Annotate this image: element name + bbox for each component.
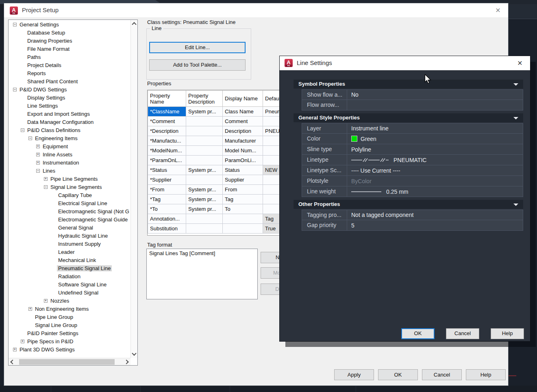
tree-item-drawing-properties[interactable]: Drawing Properties <box>9 37 130 45</box>
tree-item-label[interactable]: Instrumentation <box>41 160 80 166</box>
property-value[interactable]: 5 <box>347 220 523 230</box>
cell-name[interactable]: *Status <box>148 165 186 175</box>
tree-item-label[interactable]: Electromagnetic Signal Guide <box>57 217 129 223</box>
property-row-gap-priority[interactable]: Gap priority5 <box>302 220 523 231</box>
tag-format-item[interactable]: Signal Lines Tag [Comment] <box>147 249 257 258</box>
tree-item-non-engineering-items[interactable]: +Non Engineering Items <box>9 305 130 313</box>
cell-desc[interactable] <box>186 175 223 185</box>
tree-item-display-settings[interactable]: Display Settings <box>9 94 130 102</box>
cell-name[interactable]: *ModelNum... <box>148 146 186 156</box>
collapse-icon[interactable]: − <box>13 23 17 26</box>
expand-icon[interactable]: + <box>21 340 24 343</box>
tree-item-p-id-class-definitions[interactable]: −P&ID Class Definitions <box>9 126 130 134</box>
tree-item-label[interactable]: Pipe Specs in P&ID <box>26 338 74 344</box>
scroll-right-icon[interactable] <box>124 360 128 364</box>
tree-item-signal-line-group[interactable]: Signal Line Group <box>9 321 130 329</box>
cell-desc[interactable] <box>186 214 223 224</box>
section-header-symbol-properties[interactable]: Symbol Properties <box>294 80 523 89</box>
tree-item-capillary-tube[interactable]: Capillary Tube <box>9 191 130 199</box>
scroll-left-icon[interactable] <box>10 360 15 364</box>
expand-icon[interactable]: + <box>28 307 32 311</box>
cell-desc[interactable] <box>186 136 223 146</box>
tree-item-label[interactable]: Instrument Supply <box>57 241 102 247</box>
tree-item-label[interactable]: Paths <box>26 54 42 60</box>
tree-item-label[interactable]: Non Engineering Items <box>34 306 90 312</box>
cell-display[interactable]: Tag <box>223 195 263 204</box>
tree-item-pipe-line-group[interactable]: Pipe Line Group <box>9 313 130 321</box>
ok-button[interactable]: OK <box>401 328 435 339</box>
tree-item-undefined-signal[interactable]: Undefined Signal <box>9 289 130 297</box>
cell-display[interactable]: Model Num... <box>223 146 263 156</box>
property-row-linetype[interactable]: LinetypePNEUMATIC <box>302 155 523 165</box>
tree-item-radiation[interactable]: Radiation <box>9 273 130 281</box>
cell-name[interactable]: *Manufactu... <box>148 136 186 146</box>
help-button[interactable]: Help <box>491 328 524 339</box>
expand-icon[interactable]: + <box>36 153 40 156</box>
tree-item-pipe-specs-in-p-id[interactable]: +Pipe Specs in P&ID <box>9 338 130 346</box>
tree-item-engineering-items[interactable]: −Engineering Items <box>9 134 130 143</box>
chevron-down-icon[interactable] <box>513 204 518 206</box>
tree-item-hydraulic-signal-line[interactable]: Hydraulic Signal Line <box>9 232 130 240</box>
tree-item-label[interactable]: Database Setup <box>26 30 66 36</box>
tree-item-label[interactable]: Inline Assets <box>41 152 74 158</box>
tree-item-nozzles[interactable]: +Nozzles <box>9 297 130 305</box>
cell-display[interactable]: Supplier <box>223 175 263 185</box>
column-header[interactable]: Property Description <box>186 91 223 107</box>
tree-item-label[interactable]: Equipment <box>41 143 69 149</box>
tree-item-electromagnetic-signal-guide[interactable]: Electromagnetic Signal Guide <box>9 216 130 224</box>
tree-item-leader[interactable]: Leader <box>9 248 130 256</box>
cell-name[interactable]: *Description <box>148 126 186 136</box>
property-row-layer[interactable]: LayerInstrument line <box>302 123 523 134</box>
tree-item-software-signal-line[interactable]: Software Signal Line <box>9 281 130 289</box>
tree-item-general-settings[interactable]: −General Settings <box>9 21 130 29</box>
tree-item-label[interactable]: Mechanical Link <box>57 257 97 263</box>
cancel-button[interactable]: Cancel <box>446 328 479 339</box>
expand-icon[interactable]: + <box>44 299 48 303</box>
tree-item-label[interactable]: Drawing Properties <box>26 38 74 44</box>
tree-item-label[interactable]: Reports <box>26 70 47 76</box>
cell-display[interactable]: Status <box>223 165 263 175</box>
property-row-sline-type[interactable]: Sline typePolyline <box>302 144 523 155</box>
tree-item-label[interactable]: Pipe Line Group <box>34 314 74 320</box>
tree-item-label[interactable]: P&ID Class Definitions <box>26 127 82 133</box>
cell-name[interactable]: *Supplier <box>148 175 186 185</box>
tree-item-line-settings[interactable]: Line Settings <box>9 102 130 110</box>
tree-item-label[interactable]: Radiation <box>57 273 82 279</box>
cell-desc[interactable]: System pr... <box>186 107 223 117</box>
tree-item-export-and-import-settings[interactable]: Export and Import Settings <box>9 110 130 118</box>
tree-item-equipment[interactable]: +Equipment <box>9 143 130 151</box>
tree-item-file-name-format[interactable]: File Name Format <box>9 45 130 53</box>
tree-item-label[interactable]: Nozzles <box>49 298 70 304</box>
tree-item-electrical-signal-line[interactable]: Electrical Signal Line <box>9 199 130 208</box>
collapse-icon[interactable]: − <box>13 88 17 91</box>
tree-item-label[interactable]: Signal Line Group <box>34 322 78 328</box>
ok-button[interactable]: OK <box>378 369 418 380</box>
cell-name[interactable]: *From <box>148 185 186 195</box>
collapse-icon[interactable]: − <box>44 185 48 189</box>
tree-item-shared-plant-content[interactable]: Shared Plant Content <box>9 78 130 86</box>
property-value[interactable]: 0.25 mm <box>347 186 523 197</box>
tree-item-label[interactable]: P&ID Painter Settings <box>26 330 80 336</box>
property-value[interactable] <box>347 100 523 110</box>
tree-item-label[interactable]: Data Manager Configuration <box>26 119 95 125</box>
property-row-tagging-pro-[interactable]: Tagging pro...Not a tagged component <box>302 210 523 220</box>
cell-desc[interactable] <box>186 156 223 165</box>
tree-item-label[interactable]: Software Signal Line <box>57 282 108 288</box>
tree-item-label[interactable]: Hydraulic Signal Line <box>57 233 109 239</box>
property-value[interactable]: ---- Use Current ---- <box>347 165 523 175</box>
close-icon[interactable]: ✕ <box>515 59 524 68</box>
scroll-up-icon[interactable] <box>132 22 136 26</box>
cell-display[interactable]: Comment <box>223 117 263 126</box>
tree-item-label[interactable]: Leader <box>57 249 76 255</box>
property-row-show-flow-a-[interactable]: Show flow a...No <box>302 89 523 100</box>
cell-name[interactable]: *Comment <box>148 117 186 126</box>
property-value[interactable]: Green <box>347 134 523 144</box>
expand-icon[interactable]: + <box>36 161 40 165</box>
tree-item-label[interactable]: General Signal <box>57 225 94 231</box>
property-value[interactable]: PNEUMATIC <box>347 155 523 165</box>
tree-item-label[interactable]: Pneumatic Signal Line <box>57 265 112 271</box>
cell-desc[interactable] <box>186 146 223 156</box>
tree-item-inline-assets[interactable]: +Inline Assets <box>9 151 130 159</box>
cell-name[interactable]: *ClassName <box>148 107 186 117</box>
line-settings-titlebar[interactable]: APID Line Settings ✕ <box>280 56 530 70</box>
